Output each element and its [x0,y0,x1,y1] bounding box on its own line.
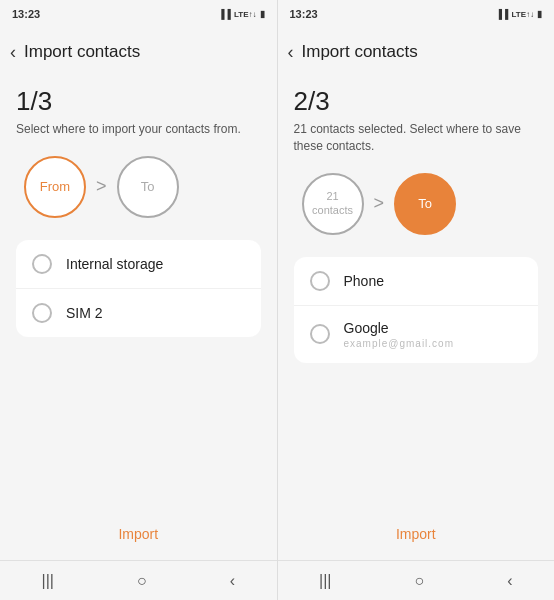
radio-internal-storage[interactable] [32,254,52,274]
nav-menu-2[interactable]: ||| [319,572,331,590]
status-icons-2: ▐▐ LTE↑↓ ▮ [496,9,542,19]
lte-icon-1: LTE↑↓ [234,10,257,19]
option-list-2: Phone Google example@gmail.com [294,257,539,363]
option-google[interactable]: Google example@gmail.com [294,306,539,363]
content-area-2: 2/3 21 contacts selected. Select where t… [278,76,555,508]
option-internal-storage[interactable]: Internal storage [16,240,261,289]
status-bar-2: 13:23 ▐▐ LTE↑↓ ▮ [278,0,555,28]
flow-row-2: 21 contacts > To [294,173,539,235]
top-bar-1: ‹ Import contacts [0,28,277,76]
status-icons-1: ▐▐ LTE↑↓ ▮ [218,9,264,19]
nav-home-2[interactable]: ○ [414,572,424,590]
option-list-1: Internal storage SIM 2 [16,240,261,337]
nav-back-2[interactable]: ‹ [507,572,512,590]
nav-bar-1: ||| ○ ‹ [0,560,277,600]
step-indicator-2: 2/3 [294,86,539,117]
radio-sim2[interactable] [32,303,52,323]
status-bar-1: 13:23 ▐▐ LTE↑↓ ▮ [0,0,277,28]
time-2: 13:23 [290,8,318,20]
option-phone[interactable]: Phone [294,257,539,306]
nav-bar-2: ||| ○ ‹ [278,560,555,600]
google-option-text: Google example@gmail.com [344,320,455,349]
option-label-sim2: SIM 2 [66,305,103,321]
panel-2: 13:23 ▐▐ LTE↑↓ ▮ ‹ Import contacts 2/3 2… [278,0,555,600]
nav-back-1[interactable]: ‹ [230,572,235,590]
to-circle-2[interactable]: To [394,173,456,235]
time-1: 13:23 [12,8,40,20]
arrow-2: > [374,193,385,214]
battery-icon-1: ▮ [260,9,265,19]
flow-row-1: From > To [16,156,261,218]
page-title-1: Import contacts [24,42,140,62]
radio-phone[interactable] [310,271,330,291]
arrow-1: > [96,176,107,197]
bottom-bar-1: Import [0,508,277,560]
signal-icon-1: ▐▐ [218,9,231,19]
lte-icon-2: LTE↑↓ [511,10,534,19]
content-area-1: 1/3 Select where to import your contacts… [0,76,277,508]
panel-1: 13:23 ▐▐ LTE↑↓ ▮ ‹ Import contacts 1/3 S… [0,0,277,600]
from-circle-1[interactable]: From [24,156,86,218]
google-account-sub: example@gmail.com [344,338,455,349]
option-label-internal-storage: Internal storage [66,256,163,272]
signal-icon-2: ▐▐ [496,9,509,19]
back-button-1[interactable]: ‹ [10,42,16,63]
step-desc-1: Select where to import your contacts fro… [16,121,261,138]
option-sim2[interactable]: SIM 2 [16,289,261,337]
radio-google[interactable] [310,324,330,344]
import-button-1[interactable]: Import [118,526,158,542]
option-label-phone: Phone [344,273,384,289]
import-button-2[interactable]: Import [396,526,436,542]
to-circle-1[interactable]: To [117,156,179,218]
nav-home-1[interactable]: ○ [137,572,147,590]
back-button-2[interactable]: ‹ [288,42,294,63]
nav-menu-1[interactable]: ||| [42,572,54,590]
step-desc-2: 21 contacts selected. Select where to sa… [294,121,539,155]
contacts-circle-2[interactable]: 21 contacts [302,173,364,235]
top-bar-2: ‹ Import contacts [278,28,555,76]
step-indicator-1: 1/3 [16,86,261,117]
battery-icon-2: ▮ [537,9,542,19]
bottom-bar-2: Import [278,508,555,560]
option-label-google: Google [344,320,455,336]
page-title-2: Import contacts [302,42,418,62]
